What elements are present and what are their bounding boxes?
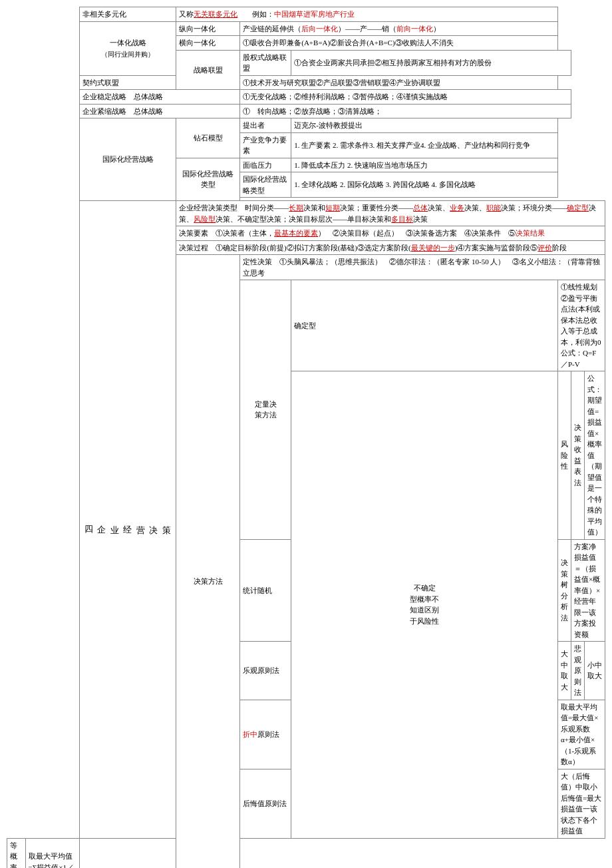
cell-empty1 — [7, 7, 26, 839]
cell-zhong-desc: 取最大平均值=最大值×乐观系数α+最小值×（1-乐观系数α） — [558, 700, 605, 769]
table-row: 国际化经营战略 钻石模型 提出者 迈克尔-波特教授提出 — [7, 118, 605, 133]
cell-buque: 不确定型概率不知道区别于风险性 — [291, 371, 558, 839]
cell-zuanshi: 钻石模型 — [176, 118, 240, 158]
cell-wendingzhanlue: 企业稳定战略 总体战略 — [79, 90, 239, 105]
table-row: 企业稳定战略 总体战略 ①无变化战略；②维持利润战略；③暂停战略；④谨慎实施战略 — [7, 90, 605, 105]
cell-shouyibiao: 决策收益表法 — [571, 371, 585, 540]
cell-guoji-leixing2: 国际化经营战略类型 — [240, 172, 291, 198]
cell-hengxiang: 横向一体化 — [176, 36, 240, 51]
cell-qiyue-desc: ①技术开发与研究联盟②产品联盟③营销联盟④产业协调联盟 — [240, 75, 558, 90]
cell-guoji: 国际化经营战略 — [79, 118, 176, 201]
cell-feixiangguan: 非相关多元化 — [79, 7, 176, 22]
cell-qiyue: 契约式联盟 — [79, 75, 176, 90]
cell-tichu: 提出者 — [240, 118, 291, 133]
cell-fengxian: 风险性 — [558, 371, 571, 540]
cell-mianlin: 面临压力 — [240, 158, 291, 172]
cell-huhui-desc: 大（后悔值）中取小后悔值=最大损益值一该状态下各个损益值 — [558, 769, 605, 838]
cell-chanye: 产业竞争力要素 — [240, 132, 291, 158]
cell-juece-fangfa: 决策方法 — [176, 255, 240, 869]
cell-guquan: 股权式战略联盟 — [240, 50, 291, 75]
cell-jinsuo: 企业紧缩战略 总体战略 — [79, 104, 239, 118]
cell-dengp: 等概率原则法 — [7, 838, 26, 868]
cell-queding-desc: ①线性规划②盈亏平衡点法(本利或保本法总收入等于总成本，利润为0公式：Q=F／P… — [558, 280, 605, 371]
table-row: 一体化战略（同行业间并购） 纵向一体化 产业链的延伸供（后向一体化）——产——销… — [7, 21, 605, 36]
cell-leguanr: 乐观原则法 — [240, 642, 291, 700]
cell-mianlin-desc: 1. 降低成本压力 2. 快速响应当地市场压力 — [291, 158, 558, 172]
cell-jinsuo-desc: ① 转向战略；②放弃战略；③清算战略； — [240, 104, 571, 118]
table-row: 等概率原则法 取最大平均值=Σ损益值×1／n（n表示有几种状态） — [7, 838, 605, 868]
cell-yitihua: 一体化战略（同行业间并购） — [79, 21, 176, 75]
cell-zonghxiang-desc: 产业链的延伸供（后向一体化）——产——销（前向一体化） — [240, 21, 558, 36]
cell-huhui: 后悔值原则法 — [240, 769, 291, 838]
cell-dazhongqu: 大中取大 — [558, 642, 571, 700]
cell-juecesu: 决策树分析法 — [558, 539, 571, 642]
cell-zhong: 折中原则法 — [240, 700, 291, 769]
table-row: 四企业经营决策 企业经营决策类型 时间分类——长期决策和短期决策；重要性分类——… — [7, 201, 605, 226]
cell-empty4 — [61, 7, 79, 839]
cell-guoji-leixing: 国际化经营战略类型 — [176, 158, 240, 201]
cell-queding: 确定型 — [291, 280, 558, 371]
cell-juece-guocheng: 决策过程 ①确定目标阶段(前提)②拟订方案阶段(基础)③选定方案阶段(最关键的一… — [176, 240, 605, 255]
cell-dingxing: 定性决策 ①头脑风暴法；（思维共振法） ②德尔菲法：（匿名专家 10-50 人）… — [240, 255, 605, 280]
table-row: 非相关多元化 又称无关联多元化 例如：中国烟草进军房地产行业 — [7, 7, 605, 22]
cell-guoji-leixing2-desc: 1. 全球化战略 2. 国际化战略 3. 跨国化战略 4. 多国化战略 — [291, 172, 558, 198]
cell-guquan-desc: ①合资企业两家共同承担②相互持股两家互相持有对方的股份 — [291, 50, 571, 75]
cell-dingliang: 定量决策方法 — [240, 280, 291, 540]
cell-tichu-desc: 迈克尔-波特教授提出 — [291, 118, 558, 133]
cell-tongji: 统计随机 — [240, 539, 291, 642]
cell-zonghxiang: 纵向一体化 — [176, 21, 240, 36]
cell-beiguanr: 悲观原则法 — [571, 642, 585, 700]
cell-empty3 — [43, 7, 61, 839]
cell-xiaozhoqu: 小中取大 — [585, 642, 605, 700]
cell-chanye-desc: 1. 生产要素 2. 需求条件3. 相关支撑产业4. 企业战略、产业结构和同行竞… — [291, 132, 558, 158]
cell-four-label: 四企业经营决策 — [79, 201, 176, 839]
cell-empty2 — [25, 7, 43, 839]
cell-juecesu-desc: 方案净损益值＝（损益值×概率值）×经营年限一该方案投资额 — [571, 539, 605, 642]
top-table: 非相关多元化 又称无关联多元化 例如：中国烟草进军房地产行业 一体化战略（同行业… — [7, 7, 605, 868]
page: 非相关多元化 又称无关联多元化 例如：中国烟草进军房地产行业 一体化战略（同行业… — [0, 0, 612, 868]
table-row: 企业紧缩战略 总体战略 ① 转向战略；②放弃战略；③清算战略； — [7, 104, 605, 118]
cell-dengp-desc: 取最大平均值=Σ损益值×1／n（n表示有几种状态） — [25, 838, 79, 868]
cell-wendingzhanlue-desc: ①无变化战略；②维持利润战略；③暂停战略；④谨慎实施战略 — [240, 90, 571, 105]
cell-zhanluelianmeng: 战略联盟 — [176, 50, 240, 90]
cell-shouyibiao-desc: 公式：期望值=损益值×概率值（期望值是一个特殊的平均值） — [585, 371, 605, 540]
cell-juece-yaosu: 决策要素 ①决策者（主体，最基本的要素） ②决策目标（起点） ③决策备选方案 ④… — [176, 226, 605, 241]
cell-feixiangguan-desc: 又称无关联多元化 例如：中国烟草进军房地产行业 — [176, 7, 558, 22]
cell-hengxiang-desc: ①吸收合并即兼备(A+B=A)②新设合并(A+B=C)③收购法人不消失 — [240, 36, 558, 51]
table-row: 契约式联盟 ①技术开发与研究联盟②产品联盟③营销联盟④产业协调联盟 — [7, 75, 605, 90]
cell-jingying-type: 企业经营决策类型 时间分类——长期决策和短期决策；重要性分类——总体决策、业务决… — [176, 201, 605, 226]
